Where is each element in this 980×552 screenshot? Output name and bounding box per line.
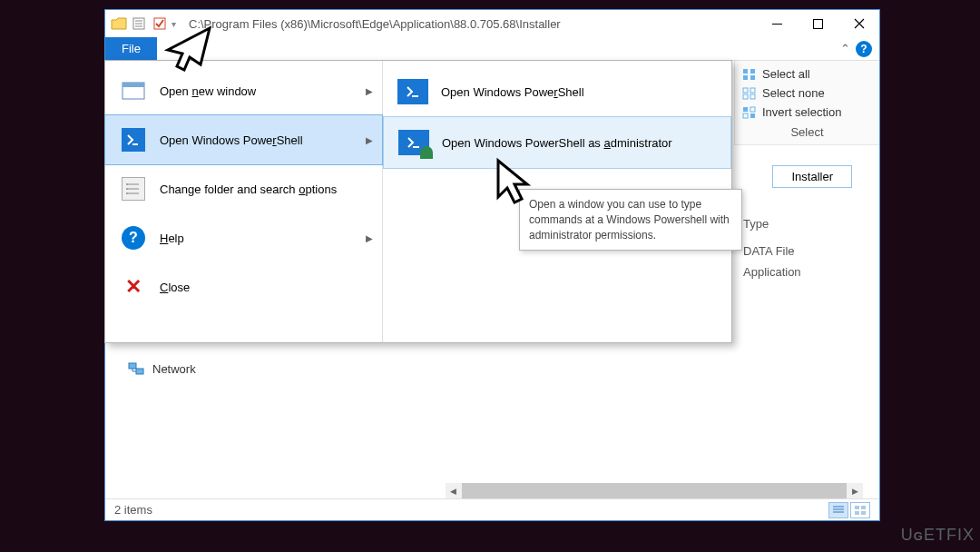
- svg-rect-14: [743, 113, 748, 118]
- close-item[interactable]: ✕ Close: [105, 262, 382, 311]
- svg-rect-10: [743, 94, 748, 99]
- submenu-arrow-icon: ▶: [366, 233, 373, 243]
- select-none-label: Select none: [762, 86, 825, 100]
- svg-rect-6: [743, 75, 748, 80]
- options-icon: [122, 177, 145, 201]
- open-new-window-label: Open new window: [160, 84, 366, 98]
- minimize-button[interactable]: [757, 10, 798, 37]
- svg-rect-7: [750, 75, 755, 80]
- network-icon: [127, 361, 145, 376]
- open-new-window-item[interactable]: Open new window ▶: [105, 66, 382, 115]
- titlebar: ▾ C:\Program Files (x86)\Microsoft\Edge\…: [105, 10, 879, 37]
- open-ps-label: Open Windows PowerShell: [441, 85, 584, 99]
- help-label: Help: [160, 232, 366, 245]
- select-all-icon: [742, 68, 757, 81]
- select-all-button[interactable]: Select all: [742, 64, 872, 84]
- svg-rect-5: [750, 69, 755, 74]
- select-none-button[interactable]: Select none: [742, 84, 872, 103]
- select-none-icon: [742, 87, 757, 100]
- svg-rect-8: [743, 88, 748, 93]
- type-column-header[interactable]: Type: [743, 217, 852, 231]
- svg-rect-18: [855, 511, 859, 515]
- svg-rect-3: [814, 19, 823, 28]
- invert-selection-button[interactable]: Invert selection: [742, 103, 872, 122]
- item-count: 2 items: [114, 503, 152, 517]
- chevron-up-icon[interactable]: ⌃: [840, 42, 850, 55]
- properties-icon[interactable]: [130, 15, 148, 33]
- svg-rect-2: [772, 24, 782, 25]
- svg-rect-9: [750, 88, 755, 93]
- svg-point-22: [126, 183, 128, 185]
- close-window-button[interactable]: [838, 10, 879, 37]
- scroll-left-icon[interactable]: ◀: [446, 483, 461, 498]
- close-menu-icon: ✕: [122, 275, 145, 299]
- status-bar: 2 items: [105, 498, 879, 520]
- help-item[interactable]: ? Help ▶: [105, 213, 382, 262]
- horizontal-scrollbar[interactable]: ◀ ▶: [446, 483, 863, 498]
- svg-rect-19: [861, 511, 866, 515]
- svg-point-23: [126, 188, 128, 190]
- invert-selection-label: Invert selection: [762, 105, 841, 119]
- submenu-arrow-icon: ▶: [366, 86, 373, 96]
- powershell-admin-icon: [398, 130, 429, 155]
- row-type: DATA File: [743, 244, 852, 258]
- thumbnails-view-icon[interactable]: [850, 502, 870, 518]
- details-view-icon[interactable]: [828, 502, 848, 518]
- file-menu-left: Open new window ▶ Open Windows PowerShel…: [105, 61, 383, 342]
- invert-selection-icon: [742, 106, 757, 119]
- breadcrumb-tail[interactable]: Installer: [772, 165, 852, 188]
- svg-rect-25: [129, 363, 136, 369]
- folder-icon: [111, 16, 127, 31]
- maximize-button[interactable]: [798, 10, 838, 37]
- checkbox-qat-icon[interactable]: [151, 15, 169, 33]
- svg-rect-12: [743, 107, 748, 112]
- ribbon-tabs: File ⌃ ?: [105, 37, 879, 61]
- scroll-right-icon[interactable]: ▶: [848, 483, 863, 498]
- tooltip: Open a window you can use to type comman…: [519, 189, 742, 251]
- select-all-label: Select all: [762, 67, 810, 81]
- row-type: Application: [743, 265, 852, 279]
- svg-rect-11: [750, 94, 755, 99]
- open-ps-submenu-item[interactable]: Open Windows PowerShell: [383, 66, 731, 117]
- svg-rect-4: [743, 69, 748, 74]
- new-window-icon: [122, 79, 145, 103]
- help-icon[interactable]: ?: [856, 41, 872, 57]
- open-powershell-item[interactable]: Open Windows PowerShell ▶: [104, 114, 383, 165]
- submenu-arrow-icon: ▶: [366, 135, 373, 145]
- svg-rect-15: [750, 113, 755, 118]
- close-label: Close: [160, 281, 366, 294]
- svg-rect-16: [855, 506, 859, 509]
- open-powershell-label: Open Windows PowerShell: [160, 133, 366, 147]
- open-ps-admin-submenu-item[interactable]: Open Windows PowerShell as administrator: [383, 116, 731, 169]
- svg-rect-21: [122, 83, 144, 87]
- window-title-path: C:\Program Files (x86)\Microsoft\Edge\Ap…: [181, 17, 757, 31]
- scroll-thumb[interactable]: [462, 483, 847, 498]
- svg-rect-13: [750, 107, 755, 112]
- svg-rect-17: [861, 506, 866, 509]
- change-options-item[interactable]: Change folder and search options: [105, 164, 382, 213]
- svg-rect-26: [136, 369, 143, 374]
- powershell-icon: [397, 79, 428, 104]
- open-ps-admin-label: Open Windows PowerShell as administrator: [442, 136, 672, 150]
- powershell-icon: [122, 128, 145, 152]
- watermark: UGETFIX: [901, 526, 975, 545]
- sidebar-item-network[interactable]: Network: [127, 361, 196, 376]
- change-options-label: Change folder and search options: [160, 182, 366, 196]
- help-menu-icon: ?: [122, 226, 145, 250]
- svg-point-24: [126, 192, 128, 194]
- file-tab[interactable]: File: [105, 37, 157, 61]
- network-label: Network: [152, 362, 196, 376]
- select-ribbon-group: Select all Select none Invert selection …: [734, 61, 879, 145]
- select-group-label: Select: [742, 122, 872, 139]
